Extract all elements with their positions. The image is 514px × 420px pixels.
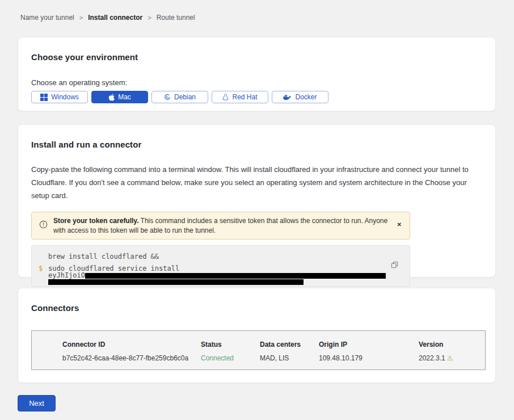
copy-icon[interactable] (390, 260, 399, 271)
os-button-docker[interactable]: Docker (272, 91, 328, 103)
warning-triangle-icon: ⚠ (447, 354, 453, 362)
breadcrumb-route-tunnel[interactable]: Route tunnel (157, 14, 195, 22)
token-prefix-text: eyJhIjoiO (48, 272, 85, 279)
environment-card: Choose your environment Choose an operat… (18, 37, 496, 111)
os-button-debian[interactable]: Debian (151, 91, 208, 103)
connectors-card-title: Connectors (31, 303, 482, 313)
os-select-label: Choose an operating system: (31, 78, 482, 87)
header-connector-id: Connector ID (62, 341, 201, 348)
code-line-token: eyJhIjoiO (48, 272, 410, 279)
breadcrumb: Name your tunnel > Install connector > R… (0, 0, 514, 22)
next-button[interactable]: Next (18, 395, 56, 411)
code-line-sudo: $ sudo cloudflared service install (48, 265, 410, 272)
cell-data-centers: MAD, LIS (260, 354, 319, 362)
cell-origin-ip: 109.48.10.179 (319, 354, 419, 362)
os-button-redhat[interactable]: Red Hat (212, 91, 268, 103)
docker-icon (283, 94, 292, 100)
os-button-label: Docker (295, 93, 317, 101)
alert-circle-icon (39, 220, 48, 231)
code-line-brew: brew install cloudflared && (48, 253, 410, 261)
install-description: Copy-paste the following command into a … (31, 163, 483, 202)
status-badge: Connected (201, 354, 260, 362)
header-version: Version (419, 341, 485, 348)
connectors-table: Connector ID Status Data centers Origin … (31, 330, 486, 370)
close-icon[interactable]: ✕ (396, 221, 403, 228)
header-status: Status (201, 341, 260, 348)
environment-card-title: Choose your environment (31, 52, 482, 62)
os-button-label: Windows (51, 93, 79, 101)
breadcrumb-install-connector[interactable]: Install connector (88, 14, 142, 22)
token-warning-bold: Store your token carefully. (53, 217, 139, 225)
os-button-label: Red Hat (232, 93, 257, 101)
os-button-windows[interactable]: Windows (31, 91, 88, 103)
connectors-card: Connectors Connector ID Status Data cent… (18, 288, 496, 383)
shell-prompt: $ (39, 265, 43, 272)
redhat-icon (222, 94, 229, 101)
token-warning-text: Store your token carefully. This command… (53, 216, 390, 235)
breadcrumb-separator: > (148, 14, 151, 21)
table-row: b7c52c42-6caa-48ee-8c77-fbe259cb6c0a Con… (62, 354, 485, 362)
breadcrumb-separator: > (79, 14, 83, 21)
install-card-title: Install and run a connector (31, 140, 482, 149)
os-button-group: Windows Mac Debian Red Hat Docker (31, 91, 482, 103)
header-data-centers: Data centers (260, 341, 319, 348)
token-warning-banner: Store your token carefully. This command… (31, 212, 410, 240)
debian-icon (164, 94, 171, 100)
apple-icon (108, 94, 115, 101)
os-button-label: Debian (174, 93, 196, 101)
install-card: Install and run a connector Copy-paste t… (18, 124, 496, 278)
code-command-text: sudo cloudflared service install (48, 264, 179, 272)
cell-connector-id: b7c52c42-6caa-48ee-8c77-fbe259cb6c0a (62, 354, 201, 362)
cell-version: 2022.3.1⚠ (419, 354, 485, 362)
redaction-bar (48, 279, 304, 285)
header-origin-ip: Origin IP (319, 341, 419, 348)
breadcrumb-name-your-tunnel[interactable]: Name your tunnel (20, 14, 74, 22)
connectors-table-header: Connector ID Status Data centers Origin … (62, 341, 485, 348)
redaction-bar (85, 273, 386, 279)
os-button-mac[interactable]: Mac (91, 91, 148, 103)
os-button-label: Mac (118, 93, 131, 101)
install-command-code-block: brew install cloudflared && $ sudo cloud… (31, 245, 410, 287)
windows-icon (40, 94, 48, 101)
version-text: 2022.3.1 (419, 354, 445, 362)
